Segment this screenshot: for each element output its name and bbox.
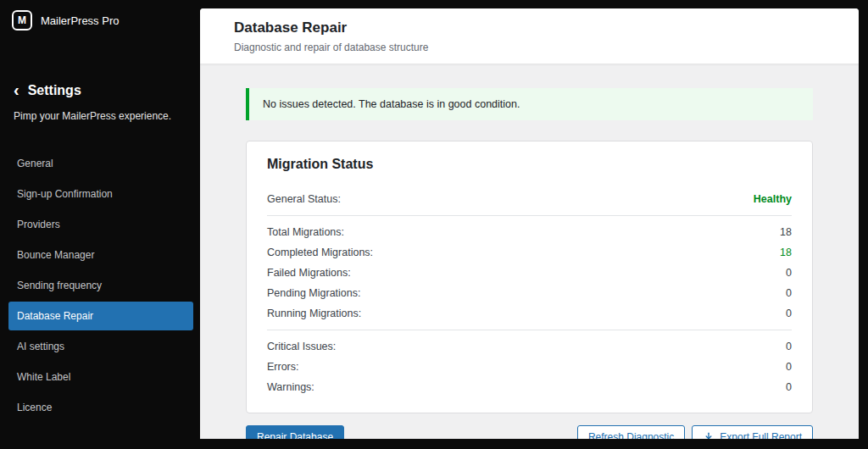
- sidebar-item-licence[interactable]: Licence: [8, 393, 193, 422]
- stat-label: Total Migrations:: [267, 226, 344, 238]
- settings-menu: General Sign-up Confirmation Providers B…: [0, 149, 200, 422]
- repair-database-label: Repair Database: [257, 431, 333, 439]
- settings-header: ‹ Settings: [0, 83, 200, 98]
- refresh-diagnostic-label: Refresh Diagnostic: [588, 431, 674, 439]
- main-area: Database Repair Diagnostic and repair of…: [200, 8, 859, 439]
- stat-value-warnings: 0: [786, 381, 792, 393]
- divider: [267, 330, 792, 330]
- divider: [267, 215, 792, 216]
- stat-value-completed-migrations: 18: [780, 247, 792, 258]
- stat-row-general-status: General Status: Healthy: [267, 189, 792, 209]
- back-icon[interactable]: ‹: [14, 82, 19, 97]
- stat-label: General Status:: [267, 193, 341, 205]
- stat-row-completed-migrations: Completed Migrations: 18: [267, 242, 792, 263]
- stat-value-errors: 0: [786, 361, 792, 373]
- page-header: Database Repair Diagnostic and repair of…: [200, 8, 859, 64]
- stat-row-pending-migrations: Pending Migrations: 0: [267, 283, 792, 303]
- stat-label: Critical Issues:: [267, 341, 336, 352]
- sidebar: M MailerPress Pro ‹ Settings Pimp your M…: [0, 0, 200, 449]
- stat-row-critical-issues: Critical Issues: 0: [267, 336, 792, 357]
- sidebar-item-sending-frequency[interactable]: Sending frequency: [8, 271, 193, 300]
- stat-value-total-migrations: 18: [780, 226, 792, 238]
- brand-name: MailerPress Pro: [41, 14, 119, 27]
- stat-value-critical-issues: 0: [786, 341, 792, 352]
- stat-value-general-status: Healthy: [754, 193, 792, 205]
- stat-label: Completed Migrations:: [267, 247, 373, 258]
- stat-label: Pending Migrations:: [267, 287, 360, 299]
- page-content: No issues detected. The database is in g…: [200, 64, 859, 439]
- sidebar-item-bounce-manager[interactable]: Bounce Manager: [8, 241, 193, 269]
- page-subtitle: Diagnostic and repair of database struct…: [234, 42, 825, 53]
- refresh-diagnostic-button[interactable]: Refresh Diagnostic: [577, 425, 685, 439]
- brand: M MailerPress Pro: [0, 0, 200, 41]
- stat-row-failed-migrations: Failed Migrations: 0: [267, 263, 792, 283]
- card-title: Migration Status: [247, 141, 812, 189]
- sidebar-item-white-label[interactable]: White Label: [8, 363, 193, 391]
- stat-label: Failed Migrations:: [267, 267, 351, 279]
- export-full-report-button[interactable]: Export Full Report: [692, 425, 813, 439]
- stat-row-errors: Errors: 0: [267, 357, 792, 377]
- stat-value-pending-migrations: 0: [786, 287, 792, 299]
- sidebar-item-general[interactable]: General: [8, 149, 193, 178]
- success-notice: No issues detected. The database is in g…: [246, 88, 813, 120]
- settings-subtitle: Pimp your MailerPress experience.: [0, 110, 200, 122]
- sidebar-item-signup-confirmation[interactable]: Sign-up Confirmation: [8, 180, 193, 208]
- stat-label: Warnings:: [267, 381, 314, 393]
- success-notice-text: No issues detected. The database is in g…: [263, 98, 520, 110]
- settings-title: Settings: [28, 83, 81, 98]
- sidebar-item-database-repair[interactable]: Database Repair: [8, 302, 193, 330]
- actions-right-group: Refresh Diagnostic Export Full Report: [577, 425, 813, 439]
- card-body: General Status: Healthy Total Migrations…: [247, 189, 812, 413]
- stat-row-total-migrations: Total Migrations: 18: [267, 222, 792, 242]
- page-title: Database Repair: [234, 19, 825, 36]
- download-icon: [703, 431, 715, 439]
- actions-bar: Repair Database Refresh Diagnostic Expor…: [246, 425, 813, 439]
- migration-status-card: Migration Status General Status: Healthy…: [246, 141, 813, 413]
- stat-value-failed-migrations: 0: [786, 267, 792, 279]
- sidebar-item-providers[interactable]: Providers: [8, 210, 193, 239]
- stat-row-running-migrations: Running Migrations: 0: [267, 303, 792, 324]
- sidebar-item-ai-settings[interactable]: AI settings: [8, 332, 193, 361]
- stat-label: Errors:: [267, 361, 299, 373]
- stat-row-warnings: Warnings: 0: [267, 377, 792, 397]
- repair-database-button[interactable]: Repair Database: [246, 425, 344, 439]
- stat-label: Running Migrations:: [267, 308, 361, 319]
- stat-value-running-migrations: 0: [786, 308, 792, 319]
- mailerpress-logo-icon: M: [12, 10, 32, 30]
- export-full-report-label: Export Full Report: [720, 431, 802, 439]
